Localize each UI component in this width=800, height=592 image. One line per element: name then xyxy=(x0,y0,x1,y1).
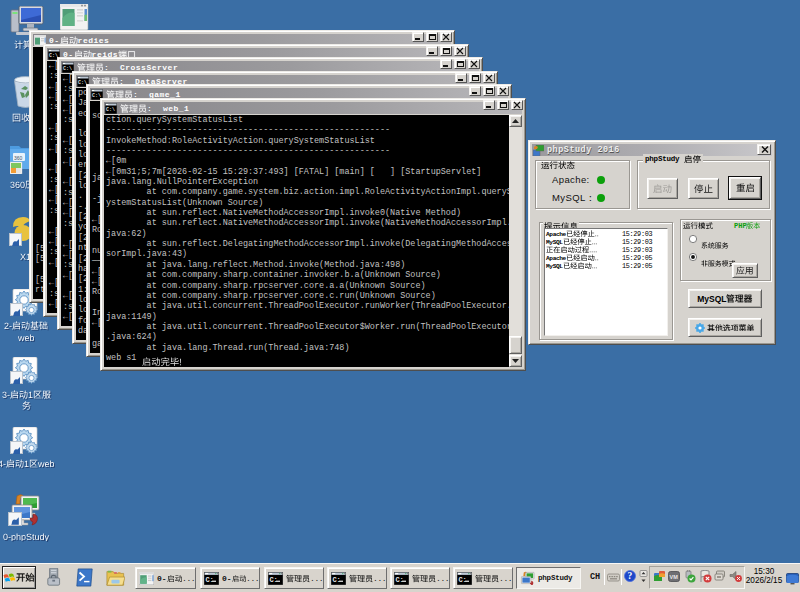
svg-text:C:: C: xyxy=(205,576,213,584)
svg-text:?: ? xyxy=(627,571,632,581)
svg-text:C:: C: xyxy=(395,576,403,584)
svg-text:C:: C: xyxy=(458,576,466,584)
svg-text:VM: VM xyxy=(670,574,679,580)
svg-text:C:: C: xyxy=(332,576,340,584)
svg-text:C:\: C:\ xyxy=(106,107,115,113)
svg-text:C:: C: xyxy=(269,576,277,584)
svg-text:360: 360 xyxy=(14,155,23,161)
svg-text:C:\: C:\ xyxy=(63,66,72,72)
